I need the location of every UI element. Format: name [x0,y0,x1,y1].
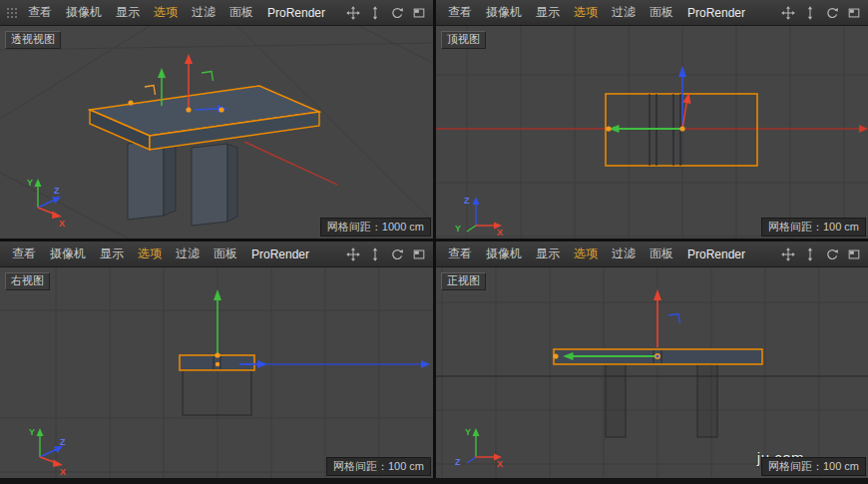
rotate-view-icon[interactable] [823,5,841,21]
axis-y-label: Y [29,427,35,437]
right-scene[interactable]: Y Z X [0,267,433,478]
pan-view-icon[interactable] [779,246,797,262]
top-scene[interactable]: Z X Y [436,26,868,239]
x-axis-arrowhead [859,125,868,133]
rotate-view-icon[interactable] [388,246,406,262]
menu-item-display[interactable]: 显示 [109,4,147,21]
axis-y-label: Y [455,224,461,234]
viewport-name: 顶视图 [441,31,486,49]
menubar-right: 查看 摄像机 显示 选项 过滤 面板 ProRender [0,242,433,267]
menu-item-view[interactable]: 查看 [441,245,479,262]
canvas-front[interactable]: Y X Z ju.com 正视图 网格间距：100 cm [436,267,868,478]
world-axis-gizmo: Y Z X [29,427,66,477]
menu-item-panel[interactable]: 面板 [207,245,244,262]
menu-item-panel[interactable]: 面板 [643,245,680,262]
axis-z-label: Z [464,196,470,206]
viewport-name: 透视视图 [5,31,61,49]
menu-item-filter[interactable]: 过滤 [605,4,643,21]
toggle-viewport-icon[interactable] [410,5,428,21]
menu-item-options[interactable]: 选项 [131,245,169,262]
viewport-top: 查看 摄像机 显示 选项 过滤 面板 ProRender [436,0,868,239]
axis-z-label: Z [455,457,461,467]
menu-item-options[interactable]: 选项 [567,4,605,21]
grid-spacing-label: 网格间距：1000 cm [320,218,431,237]
table-leg-left-outline [606,364,626,437]
menu-item-view[interactable]: 查看 [21,4,59,21]
toggle-viewport-icon[interactable] [410,246,428,262]
menu-item-panel[interactable]: 面板 [643,4,680,21]
axis-y-label: Y [465,427,471,437]
toggle-viewport-icon[interactable] [845,5,863,21]
menu-item-display[interactable]: 显示 [93,245,131,262]
viewport-grid: 查看 摄像机 显示 选项 过滤 面板 ProRender [0,0,868,478]
menu-item-camera[interactable]: 摄像机 [59,4,109,21]
axis-x-label: X [59,219,65,229]
menu-item-prorender[interactable]: ProRender [680,6,752,20]
menu-item-camera[interactable]: 摄像机 [43,245,93,262]
perspective-scene[interactable]: Y Z X [0,26,433,239]
front-scene[interactable]: Y X Z [436,267,868,478]
canvas-perspective[interactable]: Y Z X 透视视图 网格间距：1000 cm [0,26,433,239]
viewport-right: 查看 摄像机 显示 选项 过滤 面板 ProRender [0,242,433,478]
pan-view-icon[interactable] [344,246,362,262]
menu-item-filter[interactable]: 过滤 [185,4,222,21]
pan-view-icon[interactable] [344,5,362,21]
menu-item-filter[interactable]: 过滤 [605,245,643,262]
rotate-view-icon[interactable] [388,5,406,21]
x-axis-line [244,142,337,185]
c4d-viewport-window: 查看 摄像机 显示 选项 过滤 面板 ProRender [0,0,868,484]
menu-item-options[interactable]: 选项 [567,245,605,262]
zoom-view-icon[interactable] [366,246,384,262]
menubar-perspective: 查看 摄像机 显示 选项 过滤 面板 ProRender [0,0,433,26]
grid-spacing-label: 网格间距：100 cm [326,457,431,476]
menu-item-camera[interactable]: 摄像机 [479,4,529,21]
menu-item-prorender[interactable]: ProRender [244,247,316,261]
menu-item-camera[interactable]: 摄像机 [479,245,529,262]
table-model[interactable] [90,86,319,226]
grid-spacing-label: 网格间距：100 cm [761,457,866,476]
rotate-view-icon[interactable] [823,246,841,262]
viewport-front: 查看 摄像机 显示 选项 过滤 面板 ProRender [436,242,868,478]
table-leg-right-outline [697,364,717,437]
window-bottom-edge [0,478,868,484]
axis-x-label: X [497,459,503,469]
grip-icon[interactable] [5,7,19,19]
axis-z-label: Z [60,437,66,447]
axis-y-label: Y [27,178,33,188]
canvas-top[interactable]: Z X Y 顶视图 网格间距：100 cm [436,26,868,239]
menu-item-display[interactable]: 显示 [529,4,567,21]
grid-spacing-label: 网格间距：100 cm [761,218,866,237]
zoom-view-icon[interactable] [366,5,384,21]
toggle-viewport-icon[interactable] [845,246,863,262]
menu-item-view[interactable]: 查看 [441,4,479,21]
canvas-right[interactable]: Y Z X 右视图 网格间距：100 cm [0,267,433,478]
object-axis-gizmo[interactable] [606,66,690,133]
menu-item-options[interactable]: 选项 [147,4,185,21]
menu-item-panel[interactable]: 面板 [222,4,260,21]
menu-item-display[interactable]: 显示 [529,245,567,262]
viewport-name: 正视图 [441,272,486,290]
z-axis-arrowhead [421,360,430,368]
zoom-view-icon[interactable] [801,246,819,262]
grid-lines [436,267,868,478]
pan-view-icon[interactable] [779,5,797,21]
axis-z-label: Z [54,186,60,196]
world-axis-gizmo: Z X Y [455,196,503,238]
menu-item-prorender[interactable]: ProRender [260,6,332,20]
viewport-name: 右视图 [5,272,50,290]
axis-x-label: X [497,228,503,238]
viewport-perspective: 查看 摄像机 显示 选项 过滤 面板 ProRender [0,0,433,239]
menu-item-filter[interactable]: 过滤 [169,245,207,262]
table-leg-edges [650,94,680,166]
menu-item-prorender[interactable]: ProRender [680,247,752,261]
axis-x-label: X [60,467,66,477]
menubar-front: 查看 摄像机 显示 选项 过滤 面板 ProRender [436,242,868,267]
zoom-view-icon[interactable] [801,5,819,21]
menubar-top: 查看 摄像机 显示 选项 过滤 面板 ProRender [436,0,868,26]
grid-lines [436,26,868,239]
menu-item-view[interactable]: 查看 [5,245,43,262]
